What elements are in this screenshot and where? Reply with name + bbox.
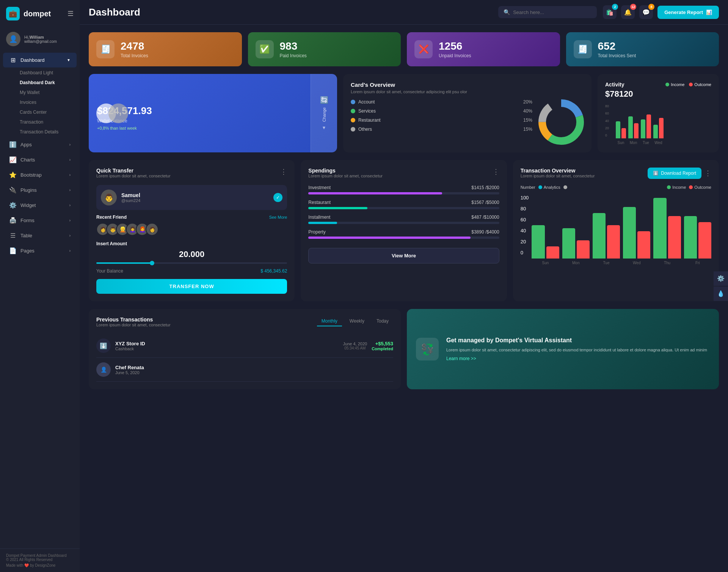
outcome-bar-tue bbox=[646, 114, 651, 138]
change-button[interactable]: 🔄 Change ▼ bbox=[311, 74, 337, 152]
legend-others: Others 15% bbox=[351, 127, 532, 132]
tab-weekly[interactable]: Weekly bbox=[345, 317, 369, 326]
topbar-icons: 🛍️ 2 🔔 12 💬 8 Generate Report 📊 bbox=[603, 5, 719, 19]
outcome-bar-mon bbox=[634, 123, 639, 138]
search-input[interactable] bbox=[513, 9, 581, 15]
quick-transfer-header: Quick Transfer Lorem ipsum dolor sit ame… bbox=[96, 168, 287, 183]
spendings-desc: Lorem ipsum dolor sit amet, consectetur bbox=[308, 174, 383, 178]
paid-invoices-number: 983 bbox=[280, 40, 307, 52]
page-title: Dashboard bbox=[89, 6, 492, 18]
table-label: Table bbox=[20, 233, 32, 238]
amount-slider[interactable] bbox=[96, 262, 287, 264]
toggle-income: Income bbox=[667, 185, 686, 190]
legend-name-restaurant: Restaurant bbox=[358, 118, 520, 123]
sidebar-item-apps[interactable]: ℹ️ Apps › bbox=[3, 137, 77, 152]
download-report-button[interactable]: ⬇️ Download Report bbox=[648, 168, 701, 179]
transfer-name: Samuel bbox=[121, 192, 140, 198]
donut-chart bbox=[538, 99, 584, 145]
float-water-button[interactable]: 💧 bbox=[714, 287, 728, 301]
spending-investment-name: Investment bbox=[308, 185, 331, 190]
sidebar-item-widget[interactable]: ⚙️ Widget › bbox=[3, 198, 77, 213]
trans-item-xyz: ⬇️ XYZ Store ID Cashback June 4, 2020 05… bbox=[96, 334, 393, 358]
see-more-link[interactable]: See More bbox=[269, 215, 287, 219]
trans-income-wed bbox=[623, 207, 636, 259]
toggle-analytics[interactable]: Analytics bbox=[538, 185, 560, 190]
legend-pct-restaurant: 15% bbox=[523, 118, 532, 123]
sidebar-item-dashboard[interactable]: ⊞ Dashboard ▼ bbox=[3, 53, 77, 67]
label-tue: Tue bbox=[641, 141, 651, 145]
apps-label: Apps bbox=[20, 142, 32, 147]
sidebar-item-charts[interactable]: 📈 Charts › bbox=[3, 152, 77, 167]
friend-6[interactable]: 👩 bbox=[146, 223, 158, 236]
balance-row: Your Balance $ 456,345.62 bbox=[96, 268, 287, 274]
stat-card-unpaid-invoices: ❌ 1256 Unpaid Invoices bbox=[407, 32, 560, 66]
wallet-panel: $824,571.93 Wallet Balance +0,8% than la… bbox=[89, 74, 337, 152]
y-80: 80 bbox=[605, 104, 609, 108]
subitem-transaction-details[interactable]: Transaction Details bbox=[17, 127, 80, 137]
sidebar-item-plugins[interactable]: 🔌 Plugins › bbox=[3, 183, 77, 197]
activity-bar-chart bbox=[616, 104, 711, 138]
insert-amount-label: Insert Amount bbox=[96, 241, 287, 246]
search-box: 🔍 bbox=[498, 6, 597, 18]
spending-investment-bar-bg bbox=[308, 192, 499, 194]
wallet-change: +0,8% than last week bbox=[97, 126, 329, 130]
quick-transfer-menu[interactable]: ⋮ bbox=[280, 168, 287, 176]
spendings-menu[interactable]: ⋮ bbox=[493, 168, 499, 176]
sidebar-footer: Dompet Payment Admin Dashboard © 2021 Al… bbox=[0, 548, 80, 572]
trans-outcome-thu bbox=[668, 216, 681, 259]
balance-amount: $ 456,345.62 bbox=[260, 268, 287, 274]
hamburger-icon[interactable]: ☰ bbox=[67, 9, 74, 18]
sidebar-item-bootstrap[interactable]: ⭐ Bootstrap › bbox=[3, 168, 77, 182]
sidebar-item-pages[interactable]: 📄 Pages › bbox=[3, 243, 77, 258]
dashboard-icon: ⊞ bbox=[9, 56, 17, 64]
message-button[interactable]: 💬 8 bbox=[639, 5, 653, 19]
subitem-my-wallet[interactable]: My Wallet bbox=[17, 88, 80, 97]
overview-legend: Account 20% Services 40% Restaurant 15% bbox=[351, 99, 532, 145]
subitem-cards-center[interactable]: Cards Center bbox=[17, 107, 80, 117]
chevron-right-icon: › bbox=[69, 143, 71, 147]
prev-trans-title: Previous Transactions bbox=[96, 317, 171, 323]
view-more-button[interactable]: View More bbox=[308, 248, 499, 263]
float-settings-button[interactable]: ⚙️ bbox=[714, 271, 728, 286]
transfer-now-button[interactable]: TRANSFER NOW bbox=[96, 279, 287, 294]
notification-button[interactable]: 🔔 12 bbox=[621, 5, 635, 19]
tab-monthly[interactable]: Monthly bbox=[317, 317, 342, 326]
trans-item-type-xyz: Cashback bbox=[115, 346, 339, 351]
tab-today[interactable]: Today bbox=[372, 317, 393, 326]
chevron-right-icon-2: › bbox=[69, 158, 71, 162]
spending-restaurant-amount: $1567 /$5000 bbox=[471, 200, 499, 205]
legend-dot-others bbox=[351, 127, 355, 132]
income-label: Income bbox=[671, 82, 684, 87]
outcome-dot bbox=[689, 83, 693, 86]
apps-icon: ℹ️ bbox=[9, 141, 17, 148]
pages-label: Pages bbox=[20, 248, 35, 254]
subitem-dashboard-dark[interactable]: Dashboard Dark bbox=[17, 78, 80, 88]
sidebar-item-forms[interactable]: 🖨️ Forms › bbox=[3, 213, 77, 228]
sent-invoices-icon: 🧾 bbox=[574, 40, 592, 58]
legend-dot-account bbox=[351, 100, 355, 104]
wallet-circles bbox=[96, 103, 128, 123]
trans-bar-labels: Sun Mon Tue Wed Thu Fri bbox=[532, 261, 711, 265]
y-20: 20 bbox=[521, 239, 529, 244]
va-learn-more-link[interactable]: Learn more >> bbox=[446, 356, 707, 361]
bag-button[interactable]: 🛍️ 2 bbox=[603, 5, 617, 19]
subitem-transaction[interactable]: Transaction bbox=[17, 117, 80, 127]
bell-badge: 12 bbox=[630, 4, 636, 10]
trans-item-amount-area-xyz: +$5,553 Completed bbox=[372, 341, 393, 351]
subitem-invoices[interactable]: Invoices bbox=[17, 97, 80, 107]
y-100: 100 bbox=[521, 195, 529, 201]
subitem-dashboard-light[interactable]: Dashboard Light bbox=[17, 68, 80, 78]
download-icon: ⬇️ bbox=[653, 171, 659, 176]
spending-restaurant-bar-bg bbox=[308, 207, 499, 209]
sidebar-user: 👤 Hi,William william@gmail.com bbox=[0, 27, 80, 52]
outcome-label-trans: Outcome bbox=[694, 185, 711, 190]
spending-installment-name: Installment bbox=[308, 215, 330, 220]
sidebar-item-table[interactable]: ☰ Table › bbox=[3, 228, 77, 243]
analytics-dot bbox=[538, 185, 542, 189]
income-legend: Income bbox=[665, 82, 684, 87]
transfer-avatar: 👨 bbox=[101, 190, 117, 205]
spending-installment-amount: $487 /$10000 bbox=[471, 215, 499, 220]
trans-menu[interactable]: ⋮ bbox=[704, 169, 711, 177]
generate-report-button[interactable]: Generate Report 📊 bbox=[657, 6, 719, 19]
spending-restaurant: Restaurant $1567 /$5000 bbox=[308, 200, 499, 209]
